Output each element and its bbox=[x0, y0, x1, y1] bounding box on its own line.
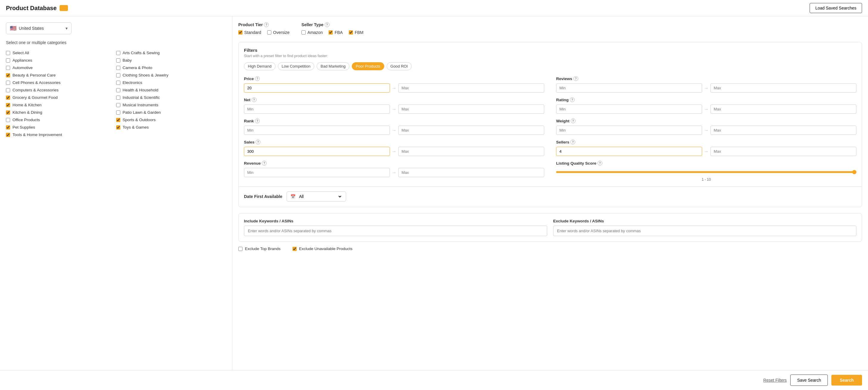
exclude-top-brands-option[interactable]: Exclude Top Brands bbox=[238, 247, 281, 251]
arts-checkbox[interactable] bbox=[116, 51, 120, 55]
net-max-input[interactable] bbox=[398, 104, 544, 114]
country-selector[interactable]: 🇺🇸 United States ▾ bbox=[6, 22, 71, 34]
net-help-icon[interactable]: ? bbox=[252, 97, 256, 102]
appliances-checkbox[interactable] bbox=[6, 58, 10, 63]
oversize-option[interactable]: Oversize bbox=[267, 30, 289, 35]
beauty-checkbox[interactable] bbox=[6, 73, 10, 77]
category-health[interactable]: Health & Household bbox=[116, 86, 226, 94]
pet-checkbox[interactable] bbox=[6, 125, 10, 130]
sales-max-input[interactable] bbox=[398, 147, 544, 156]
category-appliances[interactable]: Appliances bbox=[6, 57, 116, 64]
sales-help-icon[interactable]: ? bbox=[255, 140, 260, 144]
save-search-button[interactable]: Save Search bbox=[790, 375, 828, 386]
preset-high-demand[interactable]: High Demand bbox=[244, 62, 276, 70]
search-button[interactable]: Search bbox=[831, 375, 862, 386]
category-kitchen-dining[interactable]: Kitchen & Dining bbox=[6, 109, 116, 116]
sellers-max-input[interactable] bbox=[710, 147, 857, 156]
category-electronics[interactable]: Electronics bbox=[116, 79, 226, 86]
amazon-checkbox[interactable] bbox=[302, 30, 306, 35]
health-checkbox[interactable] bbox=[116, 88, 120, 92]
preset-bad-marketing[interactable]: Bad Marketing bbox=[317, 62, 349, 70]
cell-phones-checkbox[interactable] bbox=[6, 81, 10, 85]
musical-checkbox[interactable] bbox=[116, 103, 120, 107]
office-checkbox[interactable] bbox=[6, 118, 10, 122]
rating-min-input[interactable] bbox=[556, 104, 702, 114]
home-kitchen-checkbox[interactable] bbox=[6, 103, 10, 107]
category-office[interactable]: Office Products bbox=[6, 116, 116, 124]
rank-help-icon[interactable]: ? bbox=[255, 119, 260, 123]
revenue-min-input[interactable] bbox=[244, 168, 390, 177]
tools-checkbox[interactable] bbox=[6, 133, 10, 137]
reviews-max-input[interactable] bbox=[710, 84, 857, 93]
category-pet[interactable]: Pet Supplies bbox=[6, 124, 116, 131]
computers-checkbox[interactable] bbox=[6, 88, 10, 92]
kitchen-dining-checkbox[interactable] bbox=[6, 110, 10, 115]
product-tier-help-icon[interactable]: ? bbox=[264, 22, 269, 27]
category-cell-phones[interactable]: Cell Phones & Accessories bbox=[6, 79, 116, 86]
electronics-checkbox[interactable] bbox=[116, 81, 120, 85]
category-tools[interactable]: Tools & Home Improvement bbox=[6, 131, 116, 138]
net-min-input[interactable] bbox=[244, 104, 390, 114]
reviews-min-input[interactable] bbox=[556, 84, 702, 93]
fba-option[interactable]: FBA bbox=[329, 30, 343, 35]
category-beauty[interactable]: Beauty & Personal Care bbox=[6, 71, 116, 79]
rating-help-icon[interactable]: ? bbox=[570, 97, 575, 102]
patio-checkbox[interactable] bbox=[116, 110, 120, 115]
standard-checkbox[interactable] bbox=[238, 30, 243, 35]
sports-checkbox[interactable] bbox=[116, 118, 120, 122]
category-sports[interactable]: Sports & Outdoors bbox=[116, 116, 226, 124]
weight-max-input[interactable] bbox=[710, 126, 857, 135]
category-toys[interactable]: Toys & Games bbox=[116, 124, 226, 131]
toys-checkbox[interactable] bbox=[116, 125, 120, 130]
category-grocery[interactable]: Grocery & Gourmet Food bbox=[6, 94, 116, 101]
weight-min-input[interactable] bbox=[556, 126, 702, 135]
amazon-option[interactable]: Amazon bbox=[302, 30, 322, 35]
standard-option[interactable]: Standard bbox=[238, 30, 261, 35]
rank-min-input[interactable] bbox=[244, 126, 390, 135]
category-automotive[interactable]: Automotive bbox=[6, 64, 116, 71]
fba-checkbox[interactable] bbox=[329, 30, 333, 35]
category-musical[interactable]: Musical Instruments bbox=[116, 101, 226, 109]
category-home-kitchen[interactable]: Home & Kitchen bbox=[6, 101, 116, 109]
exclude-top-brands-checkbox[interactable] bbox=[238, 247, 243, 251]
category-select-all[interactable]: Select All bbox=[6, 49, 116, 57]
sales-min-input[interactable] bbox=[244, 147, 390, 156]
exclude-unavailable-checkbox[interactable] bbox=[292, 247, 297, 251]
include-keywords-input[interactable] bbox=[244, 226, 547, 236]
price-max-input[interactable] bbox=[398, 84, 544, 93]
sellers-min-input[interactable] bbox=[556, 147, 702, 156]
reset-filters-button[interactable]: Reset Filters bbox=[764, 378, 787, 383]
preset-good-roi[interactable]: Good ROI bbox=[386, 62, 412, 70]
select-all-checkbox[interactable] bbox=[6, 51, 10, 55]
lqs-help-icon[interactable]: ? bbox=[597, 161, 602, 165]
camera-checkbox[interactable] bbox=[116, 66, 120, 70]
exclude-keywords-input[interactable] bbox=[553, 226, 857, 236]
industrial-checkbox[interactable] bbox=[116, 96, 120, 100]
date-select-input[interactable]: All Last 30 Days Last 90 Days Last 6 Mon… bbox=[298, 194, 342, 199]
price-help-icon[interactable]: ? bbox=[255, 76, 260, 81]
category-clothing[interactable]: Clothing Shoes & Jewelry bbox=[116, 71, 226, 79]
load-saved-button[interactable]: Load Saved Searches bbox=[810, 3, 862, 13]
category-computers[interactable]: Computers & Accessories bbox=[6, 86, 116, 94]
category-baby[interactable]: Baby bbox=[116, 57, 226, 64]
price-min-input[interactable] bbox=[244, 84, 390, 93]
baby-checkbox[interactable] bbox=[116, 58, 120, 63]
reviews-help-icon[interactable]: ? bbox=[574, 76, 578, 81]
category-industrial[interactable]: Industrial & Scientific bbox=[116, 94, 226, 101]
oversize-checkbox[interactable] bbox=[267, 30, 271, 35]
category-camera[interactable]: Camera & Photo bbox=[116, 64, 226, 71]
revenue-max-input[interactable] bbox=[398, 168, 544, 177]
exclude-unavailable-option[interactable]: Exclude Unavailable Products bbox=[292, 247, 352, 251]
sellers-help-icon[interactable]: ? bbox=[570, 140, 575, 144]
fbm-option[interactable]: FBM bbox=[349, 30, 364, 35]
date-selector[interactable]: 📅 All Last 30 Days Last 90 Days Last 6 M… bbox=[286, 191, 346, 201]
automotive-checkbox[interactable] bbox=[6, 66, 10, 70]
rating-max-input[interactable] bbox=[710, 104, 857, 114]
fbm-checkbox[interactable] bbox=[349, 30, 353, 35]
revenue-help-icon[interactable]: ? bbox=[262, 161, 267, 165]
lqs-slider[interactable] bbox=[556, 171, 857, 173]
preset-low-competition[interactable]: Low Competition bbox=[278, 62, 315, 70]
seller-type-help-icon[interactable]: ? bbox=[325, 22, 330, 27]
clothing-checkbox[interactable] bbox=[116, 73, 120, 77]
weight-help-icon[interactable]: ? bbox=[571, 119, 576, 123]
